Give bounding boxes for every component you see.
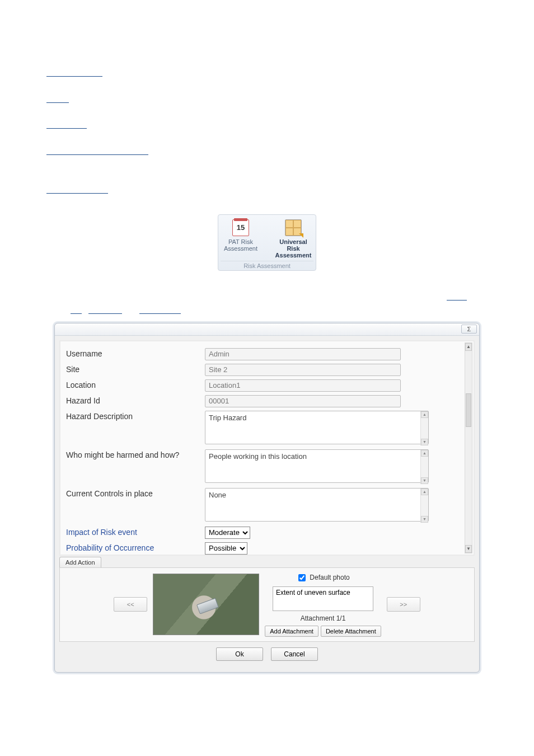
- add-attachment-button[interactable]: Add Attachment: [265, 626, 318, 637]
- label-site: Site: [66, 364, 205, 374]
- dialog-titlebar: Σ: [55, 323, 479, 336]
- ribbon-group-caption: Risk Assessment: [221, 261, 313, 269]
- textarea-scrollbar[interactable]: ▲ ▼: [420, 450, 428, 484]
- scroll-up-button[interactable]: ▲: [465, 343, 472, 351]
- default-photo-checkbox[interactable]: Default photo: [296, 572, 349, 583]
- calendar-icon: 15: [232, 219, 249, 236]
- scroll-down-button[interactable]: ▼: [421, 439, 428, 445]
- next-attachment-button[interactable]: >>: [387, 597, 420, 612]
- who-harmed-field[interactable]: People working in this location: [205, 449, 429, 483]
- label-probability: Probability of Occurrence: [66, 542, 205, 552]
- hazard-description-field[interactable]: Trip Hazard: [205, 411, 429, 444]
- scroll-up-button[interactable]: ▲: [421, 411, 428, 418]
- close-icon: Σ: [467, 326, 471, 332]
- label-location: Location: [66, 379, 205, 389]
- ribbon-universal-risk-button[interactable]: Universal RiskAssessment: [273, 219, 313, 259]
- attachment-caption-field[interactable]: Extent of uneven surface: [273, 586, 373, 611]
- scroll-up-button[interactable]: ▲: [421, 489, 428, 495]
- form-scroll-panel: ▲ ▼ Username Site Location Hazard: [59, 340, 475, 556]
- label-current-controls: Current Controls in place: [66, 488, 205, 498]
- default-photo-check[interactable]: [298, 574, 306, 581]
- textarea-scrollbar[interactable]: ▲ ▼: [420, 489, 428, 523]
- mid-text: [34, 288, 500, 314]
- ribbon-risk-assessment-group: 15 PAT RiskAssessment Universal RiskAsse…: [218, 214, 316, 271]
- impact-select[interactable]: Moderate: [205, 527, 250, 539]
- label-hazard-description: Hazard Description: [66, 411, 205, 421]
- risk-assessment-dialog: Σ ▲ ▼ Username Site Location: [54, 323, 480, 673]
- ribbon-label: PAT RiskAssessment: [224, 238, 257, 252]
- label-username: Username: [66, 348, 205, 358]
- intro-text: [34, 50, 500, 206]
- label-hazard-id: Hazard Id: [66, 395, 205, 405]
- default-photo-label: Default photo: [310, 574, 349, 581]
- username-field[interactable]: [205, 348, 401, 360]
- ribbon-pat-risk-button[interactable]: 15 PAT RiskAssessment: [221, 219, 261, 259]
- vertical-scrollbar[interactable]: ▲ ▼: [465, 342, 472, 553]
- hazard-id-field[interactable]: [205, 395, 401, 407]
- prev-attachment-button[interactable]: <<: [114, 597, 147, 612]
- ok-button[interactable]: Ok: [216, 647, 263, 661]
- attachment-thumbnail[interactable]: [153, 574, 259, 635]
- delete-attachment-button[interactable]: Delete Attachment: [321, 626, 381, 637]
- location-field[interactable]: [205, 379, 401, 392]
- attachment-count: Attachment 1/1: [301, 614, 346, 622]
- cancel-button[interactable]: Cancel: [271, 647, 318, 661]
- ribbon-label: Universal RiskAssessment: [273, 238, 313, 259]
- label-impact: Impact of Risk event: [66, 527, 205, 537]
- add-action-button[interactable]: Add Action: [59, 557, 101, 567]
- scroll-down-button[interactable]: ▼: [421, 477, 428, 484]
- textarea-scrollbar[interactable]: ▲ ▼: [420, 411, 428, 445]
- close-button[interactable]: Σ: [461, 325, 477, 334]
- scroll-down-button[interactable]: ▼: [465, 545, 472, 553]
- scroll-down-button[interactable]: ▼: [421, 516, 428, 523]
- label-who-harmed: Who might be harmed and how?: [66, 449, 205, 459]
- scroll-up-button[interactable]: ▲: [421, 450, 428, 457]
- site-field[interactable]: [205, 364, 401, 376]
- probability-select[interactable]: Possible: [205, 542, 247, 555]
- current-controls-field[interactable]: None: [205, 488, 429, 522]
- grid-warning-icon: [285, 219, 302, 236]
- scroll-thumb[interactable]: [466, 393, 471, 427]
- attachment-panel: << Default photo Extent of uneven surfac…: [59, 567, 475, 642]
